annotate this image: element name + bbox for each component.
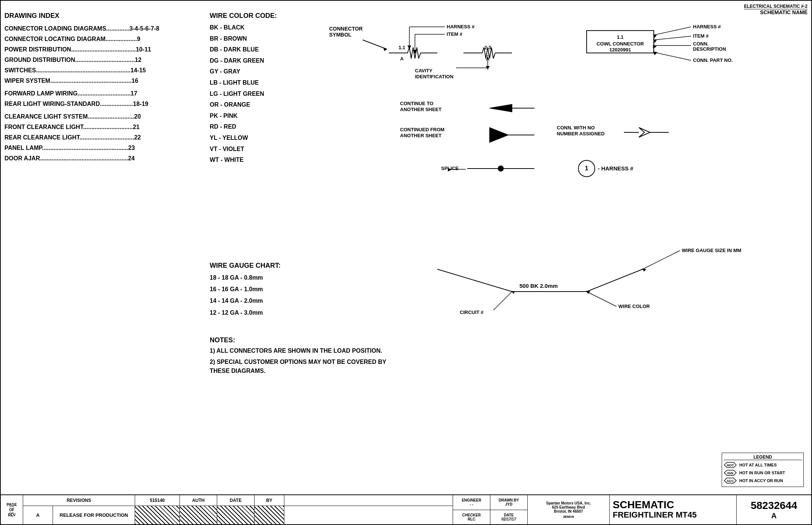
svg-text:HARNESS #: HARNESS #: [693, 24, 721, 29]
checker-val: RLC: [468, 517, 475, 521]
svg-text:HARNESS #: HARNESS #: [447, 24, 475, 29]
date-val: 02/17/17: [502, 517, 516, 521]
drawn-val: JYD: [505, 502, 512, 506]
rev-data: A RELEASE FOR PRODUCTION: [23, 506, 453, 524]
svg-line-78: [587, 269, 643, 292]
svg-text:CONN. PART NO.: CONN. PART NO.: [693, 57, 733, 63]
color-vt: VT - VIOLET: [210, 144, 322, 154]
checker-cell: CHECKER RLC: [453, 510, 490, 525]
svg-marker-81: [642, 268, 646, 271]
svg-marker-16: [407, 45, 411, 49]
draw-num-label: 3EMV0: [563, 515, 574, 519]
svg-text:HOT: HOT: [727, 463, 734, 467]
date-cell: DATE 02/17/17: [490, 510, 527, 525]
wire-gauge-title: WIRE GAUGE CHART:: [210, 262, 322, 270]
svg-line-28: [491, 47, 493, 59]
color-bk: BK - BLACK: [210, 23, 322, 32]
schematic-sub: FREIGHTLINER MT45: [613, 510, 697, 520]
rev-hatched-1: [135, 506, 180, 524]
gauge-14: 14 - 14 GA - 2.0mm: [210, 296, 322, 306]
wire-color-section: WIRE COLOR CODE: BK - BLACK BR - BROWN D…: [210, 12, 322, 166]
svg-line-6: [411, 47, 413, 59]
rev-label: REV: [8, 513, 16, 517]
gauge-18: 18 - 18 GA - 0.8mm: [210, 273, 322, 283]
svg-line-29: [493, 53, 495, 59]
rev-col-auth: 515140: [135, 495, 180, 506]
checker-label: CHECKER: [462, 513, 481, 517]
gauge-12: 12 - 12 GA - 3.0mm: [210, 308, 322, 318]
drawing-index: DRAWING INDEX CONNECTOR LOADING DIAGRAMS…: [4, 12, 202, 164]
diagram-svg: CONNECTOR SYMBOL 1.1 A HARNESS #: [325, 8, 807, 418]
svg-marker-57: [490, 104, 512, 112]
legend-box: LEGEND HOT HOT AT ALL TIMES IGN HOT IN R…: [722, 453, 804, 487]
drawn-label: DRAWN BY: [499, 498, 519, 502]
index-item-11: REAR CLEARANCE LIGHT....................…: [4, 133, 202, 142]
drawing-index-title: DRAWING INDEX: [4, 12, 202, 20]
svg-text:COWL CONNECTOR: COWL CONNECTOR: [597, 41, 644, 47]
legend-item-hot: HOT HOT AT ALL TIMES: [724, 462, 802, 468]
svg-text:CONN.: CONN.: [693, 41, 709, 47]
wire-gauge-section: WIRE GAUGE CHART: 18 - 18 GA - 0.8mm 16 …: [210, 262, 322, 319]
svg-text:DESCRIPTION: DESCRIPTION: [693, 46, 726, 52]
svg-text:2.3: 2.3: [484, 45, 491, 50]
svg-line-45: [654, 36, 691, 40]
legend-hot-icon: HOT: [724, 462, 737, 468]
svg-text:1.1: 1.1: [617, 34, 624, 40]
index-item-9: CLEARANCE LIGHT SYSTEM..................…: [4, 112, 202, 121]
svg-line-10: [419, 53, 421, 59]
index-item-1: CONNECTOR LOADING DIAGRAMS..............…: [4, 24, 202, 33]
svg-text:1.1: 1.1: [399, 45, 405, 50]
legend-item-ign: IGN HOT IN RUN OR START: [724, 469, 802, 476]
rev-hatched-3: [217, 506, 254, 524]
legend-ign-label: HOT IN RUN OR START: [739, 471, 785, 475]
color-lb: LB - LIGHT BLUE: [210, 78, 322, 88]
rev-col-auth-label: AUTH: [180, 495, 217, 506]
svg-text:IDENTIFICATION: IDENTIFICATION: [415, 74, 453, 79]
eng-label: ENGINEER: [462, 498, 481, 502]
svg-text:ITEM #: ITEM #: [447, 31, 463, 37]
title-block-revisions: REVISIONS 515140 AUTH DATE BY A RELEASE …: [23, 495, 453, 524]
page-of: OF: [9, 507, 15, 513]
index-item-5: SWITCHES................................…: [4, 66, 202, 75]
index-item-4: GROUND DISTRIBUTION.....................…: [4, 56, 202, 65]
svg-line-52: [654, 52, 691, 60]
svg-text:ANOTHER SHEET: ANOTHER SHEET: [400, 133, 441, 138]
svg-text:CONTINUED FROM: CONTINUED FROM: [400, 127, 444, 132]
legend-ign-icon: IGN: [724, 469, 737, 476]
diagram-area: CONNECTOR SYMBOL 1.1 A HARNESS #: [325, 8, 807, 418]
svg-text:12020991: 12020991: [609, 47, 631, 53]
svg-marker-61: [490, 128, 508, 142]
legend-hot-label: HOT AT ALL TIMES: [739, 463, 777, 467]
svg-text:SYMBOL: SYMBOL: [329, 32, 352, 38]
rev-hatched-2: [180, 506, 217, 524]
svg-text:ANOTHER SHEET: ANOTHER SHEET: [400, 107, 441, 112]
company-city: Bristol, IN 46507: [554, 509, 583, 513]
svg-text:WIRE GAUGE SIZE IN MM: WIRE GAUGE SIZE IN MM: [682, 248, 741, 253]
rev-hatched-4: [254, 506, 284, 524]
index-item-13: DOOR AJAR...............................…: [4, 154, 202, 163]
title-eng-block: ENGINEER - - DRAWN BY JYD CHECKER RLC DA…: [453, 495, 528, 524]
svg-line-76: [437, 269, 512, 292]
svg-text:CONTINUE TO: CONTINUE TO: [400, 101, 433, 106]
rev-letter: A: [23, 506, 53, 524]
svg-text:1: 1: [585, 165, 588, 172]
company-addr: 625 Earthway Blvd: [552, 505, 585, 509]
title-block-number: 58232644 A: [737, 495, 811, 524]
svg-text:A: A: [400, 56, 404, 62]
page-label: PAGE: [7, 503, 17, 507]
color-pk: PK - PINK: [210, 111, 322, 121]
index-item-7: FORWARD LAMP WIRING.....................…: [4, 89, 202, 98]
date-label: DATE: [504, 513, 513, 517]
svg-line-83: [587, 292, 616, 306]
index-item-12: PANEL LAMP..............................…: [4, 144, 202, 153]
title-block-schematic: SCHEMATIC FREIGHTLINER MT45: [610, 495, 737, 524]
gauge-16: 16 - 16 GA - 1.0mm: [210, 284, 322, 294]
svg-text:CIRCUIT #: CIRCUIT #: [460, 309, 484, 315]
wire-color-title: WIRE COLOR CODE:: [210, 12, 322, 20]
index-item-2: CONNECTOR LOCATING DIAGRAM..............…: [4, 35, 202, 44]
svg-text:WIRE COLOR: WIRE COLOR: [618, 304, 650, 309]
schematic-main: SCHEMATIC: [613, 500, 674, 510]
svg-text:ITEM #: ITEM #: [693, 33, 709, 39]
title-eng-row: ENGINEER - - DRAWN BY JYD: [453, 495, 527, 510]
engineer-cell: ENGINEER - -: [453, 495, 490, 510]
